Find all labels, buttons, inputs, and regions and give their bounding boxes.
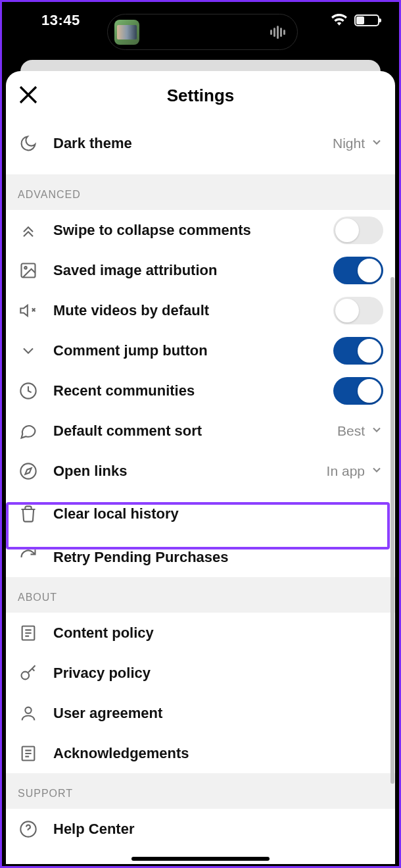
dynamic-island[interactable] — [107, 14, 298, 50]
settings-sheet: Settings Dark theme Night ADVANCED Swipe… — [6, 71, 395, 864]
row-value: Night — [333, 136, 365, 151]
svg-point-5 — [22, 671, 30, 679]
row-value: Best — [337, 423, 365, 439]
row-label: Open links — [53, 463, 327, 480]
refresh-icon — [18, 547, 39, 568]
section-support: SUPPORT — [6, 773, 395, 809]
scrollbar[interactable] — [390, 277, 394, 784]
row-open-links[interactable]: Open links In app — [6, 451, 395, 491]
row-label: Recent communities — [53, 382, 333, 399]
toggle-comment-jump[interactable] — [333, 337, 383, 365]
row-swipe-collapse[interactable]: Swipe to collapse comments — [6, 210, 395, 250]
row-label: Swipe to collapse comments — [53, 222, 333, 239]
row-label: Privacy policy — [53, 665, 383, 682]
row-acknowledgements[interactable]: Acknowledgements — [6, 733, 395, 773]
row-mute-videos[interactable]: Mute videos by default — [6, 290, 395, 330]
clock-icon — [18, 380, 39, 401]
row-default-sort[interactable]: Default comment sort Best — [6, 411, 395, 451]
wifi-icon — [331, 13, 348, 28]
mute-icon — [18, 300, 39, 321]
key-icon — [18, 663, 39, 684]
document-icon — [18, 623, 39, 644]
row-label: Content policy — [53, 625, 383, 642]
row-label: Saved image attribution — [53, 262, 333, 279]
toggle-saved-attribution[interactable] — [333, 257, 383, 284]
comment-icon — [18, 421, 39, 442]
row-label: Dark theme — [53, 135, 333, 152]
chevron-down-icon — [370, 463, 383, 479]
moon-icon — [18, 133, 39, 154]
chevron-down-icon — [18, 340, 39, 361]
row-saved-attribution[interactable]: Saved image attribution — [6, 250, 395, 290]
help-icon — [18, 819, 39, 840]
row-content-policy[interactable]: Content policy — [6, 613, 395, 653]
row-label: Acknowledgements — [53, 745, 383, 762]
row-help-center[interactable]: Help Center — [6, 809, 395, 849]
sheet-header: Settings — [6, 71, 395, 120]
user-icon — [18, 703, 39, 724]
island-app-icon — [114, 20, 139, 45]
section-advanced: ADVANCED — [6, 174, 395, 210]
battery-icon — [354, 14, 379, 26]
audio-wave-icon — [270, 26, 285, 39]
home-indicator[interactable] — [131, 857, 270, 861]
svg-point-6 — [25, 707, 31, 713]
svg-point-1 — [24, 267, 27, 269]
row-dark-theme[interactable]: Dark theme Night — [6, 120, 395, 174]
chevron-down-icon — [370, 136, 383, 151]
row-privacy-policy[interactable]: Privacy policy — [6, 653, 395, 693]
section-about: ABOUT — [6, 577, 395, 613]
row-user-agreement[interactable]: User agreement — [6, 693, 395, 733]
page-title: Settings — [167, 86, 235, 106]
svg-point-3 — [20, 463, 35, 478]
chevron-down-icon — [370, 423, 383, 439]
row-clear-history[interactable]: Clear local history — [6, 491, 395, 537]
row-recent-communities[interactable]: Recent communities — [6, 370, 395, 411]
image-icon — [18, 260, 39, 281]
compass-icon — [18, 461, 39, 482]
toggle-swipe-collapse[interactable] — [333, 217, 383, 244]
status-time: 13:45 — [41, 12, 80, 29]
row-label: Retry Pending Purchases — [53, 549, 383, 566]
row-value: In app — [327, 463, 365, 479]
toggle-mute-videos[interactable] — [333, 297, 383, 324]
row-label: Help Center — [53, 821, 383, 838]
row-label: Mute videos by default — [53, 302, 333, 319]
toggle-recent-communities[interactable] — [333, 377, 383, 405]
row-label: Comment jump button — [53, 342, 333, 359]
row-label: User agreement — [53, 705, 383, 722]
collapse-icon — [18, 220, 39, 241]
trash-icon — [18, 503, 39, 524]
row-comment-jump[interactable]: Comment jump button — [6, 330, 395, 370]
row-retry-purchases[interactable]: Retry Pending Purchases — [6, 537, 395, 577]
row-label: Clear local history — [53, 505, 383, 523]
row-label: Default comment sort — [53, 422, 337, 440]
document-icon — [18, 743, 39, 764]
close-button[interactable] — [16, 83, 40, 107]
